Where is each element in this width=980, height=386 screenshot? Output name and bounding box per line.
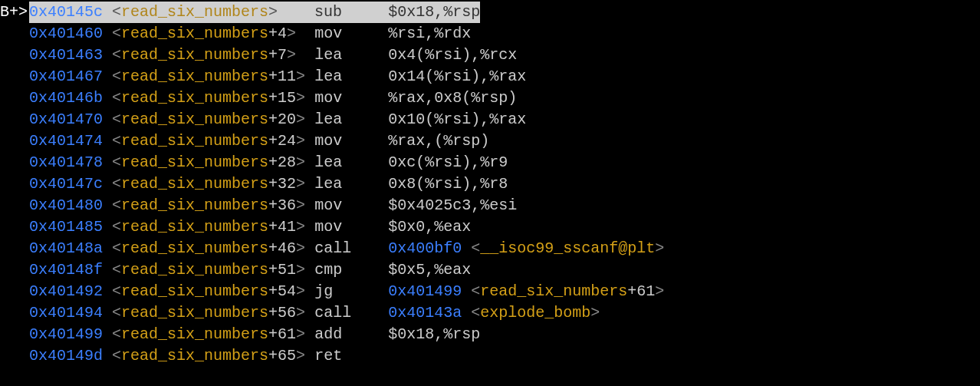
mnemonic: mov [314,130,388,152]
breakpoint-marker [0,66,29,87]
angle-bracket-open: < [112,132,121,150]
disasm-line[interactable]: 0x401467 <read_six_numbers+11> lea 0x14(… [0,66,980,87]
instruction-segment: 0x401463 <read_six_numbers+7> lea 0x4(%r… [29,45,517,66]
mnemonic: lea [314,173,388,195]
operands: $0x0,%eax [388,218,471,236]
angle-bracket-close: > [296,196,305,214]
function-name: read_six_numbers [121,111,268,128]
instruction-address: 0x401492 [29,282,103,300]
function-offset: +41 [268,218,296,236]
function-name: read_six_numbers [121,25,268,42]
function-name: read_six_numbers [121,175,268,193]
target-function: explode_bomb [480,304,590,322]
instruction-segment: 0x40145c <read_six_numbers> sub $0x18,%r… [29,2,480,23]
disasm-line[interactable]: 0x401463 <read_six_numbers+7> lea 0x4(%r… [0,45,980,66]
angle-bracket-close: > [296,347,305,365]
disasm-line[interactable]: 0x401492 <read_six_numbers+54> jg 0x4014… [0,281,980,302]
angle-bracket-open: < [112,325,121,343]
instruction-address: 0x401474 [29,132,103,150]
mnemonic: call [314,302,388,324]
angle-bracket-close: > [296,282,305,300]
function-offset: +61 [268,325,296,343]
breakpoint-marker [0,324,29,345]
instruction-segment: 0x401499 <read_six_numbers+61> add $0x18… [29,324,480,345]
function-offset: +65 [268,347,296,365]
breakpoint-marker [0,87,29,109]
instruction-segment: 0x401492 <read_six_numbers+54> jg 0x4014… [29,281,664,302]
mnemonic: mov [314,195,388,216]
operands: $0x18,%rsp [388,3,480,21]
instruction-segment: 0x40148a <read_six_numbers+46> call 0x40… [29,238,664,259]
function-name: read_six_numbers [121,239,268,257]
angle-bracket-open: < [112,111,121,128]
instruction-segment: 0x40149d <read_six_numbers+65> ret [29,345,388,367]
instruction-segment: 0x401494 <read_six_numbers+56> call 0x40… [29,302,600,324]
disasm-line[interactable]: 0x401480 <read_six_numbers+36> mov $0x40… [0,195,980,216]
instruction-segment: 0x401478 <read_six_numbers+28> lea 0xc(%… [29,152,508,173]
disasm-line[interactable]: 0x401460 <read_six_numbers+4> mov %rsi,%… [0,23,980,45]
disasm-line[interactable]: 0x40148f <read_six_numbers+51> cmp $0x5,… [0,259,980,281]
breakpoint-marker [0,216,29,238]
mnemonic: call [314,238,388,259]
breakpoint-marker [0,238,29,259]
disasm-line[interactable]: 0x401474 <read_six_numbers+24> mov %rax,… [0,130,980,152]
disasm-line[interactable]: 0x401478 <read_six_numbers+28> lea 0xc(%… [0,152,980,173]
disasm-line[interactable]: B+>0x40145c <read_six_numbers> sub $0x18… [0,2,980,23]
instruction-address: 0x40148a [29,239,103,257]
operands: %rax,(%rsp) [388,132,489,150]
operands: 0xc(%rsi),%r9 [388,153,508,171]
instruction-address: 0x401485 [29,218,103,236]
target-address: 0x40143a [388,304,462,322]
mnemonic: cmp [314,259,388,281]
function-name: read_six_numbers [121,46,268,64]
target-function: __isoc99_sscanf@plt [480,239,655,257]
disasm-line[interactable]: 0x401499 <read_six_numbers+61> add $0x18… [0,324,980,345]
operands: $0x18,%rsp [388,325,480,343]
angle-bracket-close: > [296,89,305,107]
disasm-line[interactable]: 0x40148a <read_six_numbers+46> call 0x40… [0,238,980,259]
instruction-segment: 0x401467 <read_six_numbers+11> lea 0x14(… [29,66,526,87]
angle-bracket-close: > [296,111,305,128]
mnemonic: add [314,324,388,345]
function-name: read_six_numbers [121,68,268,85]
breakpoint-marker [0,281,29,302]
function-name: read_six_numbers [121,304,268,322]
disassembly-view[interactable]: B+>0x40145c <read_six_numbers> sub $0x18… [0,2,980,367]
function-offset: +11 [268,68,296,85]
function-name: read_six_numbers [121,153,268,171]
mnemonic: ret [314,345,388,367]
mnemonic: mov [314,23,388,45]
mnemonic: lea [314,66,388,87]
breakpoint-marker [0,195,29,216]
operands: %rsi,%rdx [388,25,471,42]
disasm-line[interactable]: 0x40146b <read_six_numbers+15> mov %rax,… [0,87,980,109]
disasm-line[interactable]: 0x40149d <read_six_numbers+65> ret [0,345,980,367]
mnemonic: lea [314,152,388,173]
target-offset: +61 [627,282,655,300]
disasm-line[interactable]: 0x401494 <read_six_numbers+56> call 0x40… [0,302,980,324]
instruction-segment: 0x401474 <read_six_numbers+24> mov %rax,… [29,130,489,152]
angle-bracket-open: < [112,239,121,257]
breakpoint-marker [0,109,29,130]
breakpoint-marker [0,302,29,324]
breakpoint-marker [0,130,29,152]
angle-bracket-open: < [112,175,121,193]
operands: 0x8(%rsi),%r8 [388,175,508,193]
function-offset: +46 [268,239,296,257]
angle-bracket-close: > [287,25,296,42]
function-offset: +24 [268,132,296,150]
angle-bracket-open: < [112,68,121,85]
disasm-line[interactable]: 0x401470 <read_six_numbers+20> lea 0x10(… [0,109,980,130]
angle-bracket-close: > [296,153,305,171]
function-offset: +32 [268,175,296,193]
instruction-segment: 0x401485 <read_six_numbers+41> mov $0x0,… [29,216,471,238]
function-offset: +7 [268,46,287,64]
function-name: read_six_numbers [121,347,268,365]
mnemonic: sub [314,2,388,23]
target-address: 0x401499 [388,282,462,300]
operands: 0x14(%rsi),%rax [388,68,526,85]
disasm-line[interactable]: 0x401485 <read_six_numbers+41> mov $0x0,… [0,216,980,238]
breakpoint-marker: B+> [0,2,29,23]
instruction-address: 0x401467 [29,68,103,85]
disasm-line[interactable]: 0x40147c <read_six_numbers+32> lea 0x8(%… [0,173,980,195]
